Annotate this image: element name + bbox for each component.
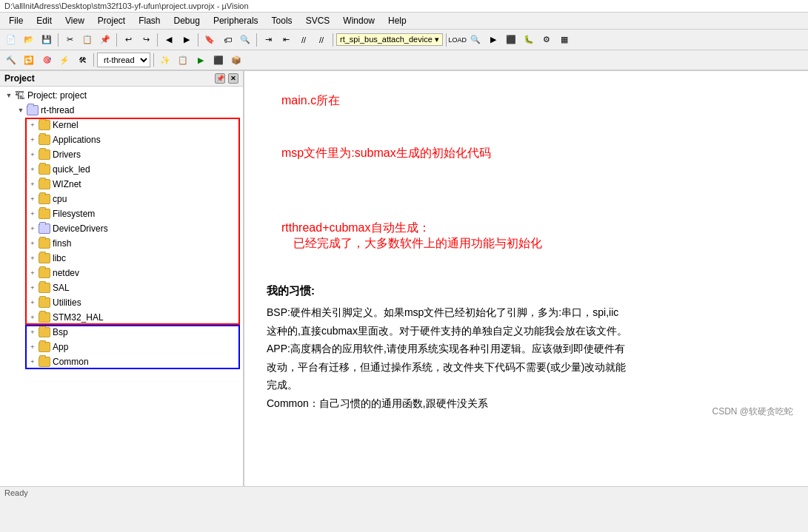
toggle-rt-thread[interactable]: ▼ <box>15 104 27 116</box>
tree-filesystem[interactable]: + Filesystem <box>0 206 243 221</box>
bookmark2-btn[interactable]: 🏷 <box>219 32 236 48</box>
toggle-common[interactable]: + <box>27 356 39 368</box>
toggle-drivers[interactable]: + <box>27 149 39 161</box>
app-folder-icon <box>39 342 50 352</box>
close-panel-btn[interactable]: ✕ <box>228 73 238 84</box>
stop2-btn[interactable]: ⬛ <box>210 52 227 68</box>
toggle-utilities[interactable]: + <box>27 297 39 309</box>
package-btn[interactable]: 📦 <box>228 52 244 68</box>
toggle-filesystem[interactable]: + <box>27 208 39 220</box>
bottom-line-3: APP:高度耦合的应用软件,请使用系统实现各种引用逻辑。应该做到即使硬件有 <box>267 340 786 358</box>
toggle-root[interactable]: ▼ <box>3 90 15 101</box>
wizard-btn[interactable]: ✨ <box>157 52 173 68</box>
project-root[interactable]: ▼ 🏗 Project: project <box>0 88 243 103</box>
toggle-sal[interactable]: + <box>27 282 39 294</box>
save-btn[interactable]: 💾 <box>39 32 55 48</box>
target-combo[interactable]: rt_spi_bus_attach_device ▾ <box>336 33 443 46</box>
menu-svcs[interactable]: SVCS <box>300 14 336 27</box>
indent-btn[interactable]: ⇥ <box>260 32 276 48</box>
paste-btn[interactable]: 📌 <box>97 32 113 48</box>
tree-netdev[interactable]: + netdev <box>0 266 243 280</box>
stop-btn[interactable]: ⬛ <box>503 32 519 48</box>
toggle-wiznet[interactable]: + <box>27 178 39 190</box>
target-settings-btn[interactable]: 🛠 <box>74 52 90 68</box>
build-btn[interactable]: 🔨 <box>3 52 19 68</box>
tree-applications[interactable]: + Applications <box>0 132 243 147</box>
grid-btn[interactable]: ▦ <box>556 32 572 48</box>
toggle-devicedrivers[interactable]: + <box>27 223 39 235</box>
wiznet-folder-icon <box>39 179 50 189</box>
annotation-msp-text: msp文件里为:submax生成的初始化代码 <box>281 147 491 159</box>
tree-kernel[interactable]: + Kernel <box>0 118 243 132</box>
menu-tools[interactable]: Tools <box>266 14 298 27</box>
tree-rt-thread[interactable]: ▼ rt-thread <box>0 103 243 118</box>
uncomment-btn[interactable]: // <box>313 32 330 48</box>
back-btn[interactable]: ◀ <box>161 32 177 48</box>
menu-view[interactable]: View <box>59 14 90 27</box>
bookmark-btn[interactable]: 🔖 <box>201 32 218 48</box>
wiznet-label: WIZnet <box>53 178 81 191</box>
menu-file[interactable]: File <box>3 14 29 27</box>
applications-label: Applications <box>53 133 101 147</box>
dbg-btn[interactable]: 🐛 <box>521 32 537 48</box>
menu-flash[interactable]: Flash <box>133 14 166 27</box>
libc-label: libc <box>53 252 66 265</box>
menu-edit[interactable]: Edit <box>30 14 58 27</box>
menu-project[interactable]: Project <box>92 14 131 27</box>
tree-bsp[interactable]: + Bsp <box>0 325 243 340</box>
flash2-btn[interactable]: ⚡ <box>56 52 73 68</box>
menu-window[interactable]: Window <box>337 14 381 27</box>
tree-drivers[interactable]: + Drivers <box>0 147 243 162</box>
copy-btn[interactable]: 📋 <box>79 32 96 48</box>
rebuild-btn[interactable]: 🔁 <box>21 52 37 68</box>
target-opts-btn[interactable]: 🎯 <box>39 52 55 68</box>
tree-finsh[interactable]: + finsh <box>0 236 243 251</box>
bsp-folder-icon <box>39 327 50 337</box>
menu-help[interactable]: Help <box>382 14 413 27</box>
redo-btn[interactable]: ↪ <box>138 32 154 48</box>
toggle-kernel[interactable]: + <box>27 119 39 131</box>
tree-quick-led[interactable]: + quick_led <box>0 162 243 177</box>
toggle-libc[interactable]: + <box>27 252 39 264</box>
annotation-main-c: main.c所在 <box>281 93 786 109</box>
undo-btn[interactable]: ↩ <box>120 32 136 48</box>
run-btn[interactable]: ▶ <box>485 32 501 48</box>
tree-devicedrivers[interactable]: + DeviceDrivers <box>0 221 243 236</box>
netdev-folder-icon <box>39 268 50 278</box>
new-btn[interactable]: 📄 <box>3 32 19 48</box>
toggle-cpu[interactable]: + <box>27 193 39 205</box>
bottom-content: 我的习惯: BSP:硬件相关引脚定义。如果msp文件已经初始化了引脚，多为:串口… <box>244 266 808 427</box>
menu-peripherals[interactable]: Peripherals <box>207 14 264 27</box>
thread-combo[interactable]: rt-thread <box>97 53 150 67</box>
comment-btn[interactable]: // <box>296 32 312 48</box>
cut-btn[interactable]: ✂ <box>61 32 78 48</box>
tree-cpu[interactable]: + cpu <box>0 192 243 206</box>
menu-debug[interactable]: Debug <box>168 14 206 27</box>
pin-btn[interactable]: 📌 <box>215 73 225 84</box>
settings-btn[interactable]: ⚙ <box>538 32 555 48</box>
tree-wiznet[interactable]: + WIZnet <box>0 177 243 192</box>
outdent-btn[interactable]: ⇤ <box>278 32 294 48</box>
toggle-bsp[interactable]: + <box>27 326 39 338</box>
tree-common[interactable]: + Common <box>0 354 243 369</box>
tree-sal[interactable]: + SAL <box>0 280 243 295</box>
tree-stm32-hal[interactable]: + STM32_HAL <box>0 310 243 325</box>
rtos-btn[interactable]: ▶ <box>193 52 209 68</box>
inspect-btn[interactable]: 🔍 <box>467 32 484 48</box>
tree-libc[interactable]: + libc <box>0 251 243 266</box>
find-btn[interactable]: 🔍 <box>237 32 253 48</box>
bsp-label: Bsp <box>53 326 68 339</box>
toggle-finsh[interactable]: + <box>27 238 39 249</box>
tree-app[interactable]: + App <box>0 340 243 354</box>
toggle-quick-led[interactable]: + <box>27 164 39 175</box>
tree-utilities[interactable]: + Utilities <box>0 295 243 310</box>
load-btn[interactable]: LOAD <box>450 32 466 48</box>
open-btn[interactable]: 📂 <box>21 32 37 48</box>
toggle-netdev[interactable]: + <box>27 267 39 279</box>
toggle-app[interactable]: + <box>27 341 39 353</box>
toggle-applications[interactable]: + <box>27 134 39 146</box>
toggle-stm32-hal[interactable]: + <box>27 312 39 323</box>
habit-title: 我的习惯: <box>267 281 786 300</box>
forward-btn[interactable]: ▶ <box>178 32 195 48</box>
config-btn[interactable]: 📋 <box>175 52 191 68</box>
